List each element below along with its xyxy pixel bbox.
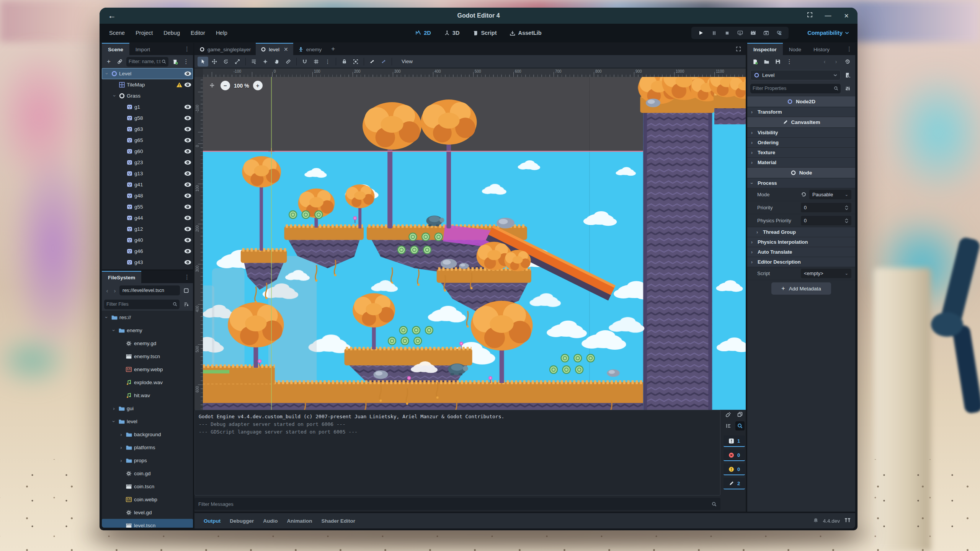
- fullscreen-icon[interactable]: [805, 12, 814, 20]
- workspace-tab-assetlib[interactable]: AssetLib: [505, 28, 546, 38]
- menu-project[interactable]: Project: [131, 28, 157, 38]
- center-view-icon[interactable]: [208, 82, 217, 90]
- renderer-dropdown[interactable]: Compatibility: [807, 30, 849, 36]
- rotate-tool[interactable]: [220, 57, 231, 67]
- play-custom-scene-button[interactable]: [760, 28, 772, 37]
- expander-icon[interactable]: ›: [111, 419, 116, 424]
- scene-node-g23[interactable]: g23: [102, 157, 193, 168]
- new-resource-icon[interactable]: [750, 57, 760, 66]
- warnings-filter-toggle[interactable]: 0: [724, 464, 745, 475]
- titlebar[interactable]: ← Godot Editor 4 — ×: [100, 8, 858, 24]
- visibility-toggle[interactable]: [184, 260, 191, 265]
- nav-back-icon[interactable]: ‹: [104, 287, 110, 294]
- movie-maker-icon[interactable]: [773, 28, 785, 37]
- play-button[interactable]: [695, 28, 707, 37]
- scene-node-Level[interactable]: › Level: [102, 68, 193, 79]
- scene-node-g41[interactable]: g41: [102, 179, 193, 190]
- bottom-tab-debugger[interactable]: Debugger: [225, 516, 258, 526]
- priority-spinbox[interactable]: 0: [801, 203, 851, 212]
- add-metadata-button[interactable]: + Add Metadata: [771, 282, 831, 295]
- remote-debug-icon[interactable]: [734, 28, 746, 37]
- visibility-toggle[interactable]: [184, 215, 191, 220]
- visibility-toggle[interactable]: [184, 138, 191, 143]
- expander-icon[interactable]: ›: [119, 458, 124, 463]
- node-selector[interactable]: Level: [750, 70, 841, 80]
- viewport-canvas[interactable]: [203, 77, 746, 410]
- object-history-icon[interactable]: [843, 57, 852, 66]
- group-visibility[interactable]: ›Visibility: [747, 128, 855, 138]
- visibility-toggle[interactable]: [184, 149, 191, 154]
- visibility-toggle[interactable]: [184, 71, 191, 76]
- group-ordering[interactable]: ›Ordering: [747, 138, 855, 148]
- expander-icon[interactable]: ›: [119, 432, 124, 437]
- filter-files-input[interactable]: [106, 302, 173, 307]
- revert-icon[interactable]: [801, 192, 807, 198]
- visibility-toggle[interactable]: [184, 193, 191, 198]
- scene-node-g12[interactable]: g12: [102, 223, 193, 235]
- visibility-toggle[interactable]: [184, 204, 191, 209]
- scene-tab-game_singleplayer[interactable]: game_singleplayer: [194, 43, 256, 55]
- scene-node-TileMap[interactable]: TileMap: [102, 79, 193, 90]
- messages-filter-toggle[interactable]: 1: [724, 435, 745, 447]
- scene-node-g48[interactable]: g48: [102, 190, 193, 201]
- scene-node-g43[interactable]: g43: [102, 257, 193, 268]
- scene-tab-level[interactable]: level ✕: [256, 43, 293, 55]
- list-select-tool[interactable]: [248, 57, 259, 67]
- ruler-tool[interactable]: [283, 57, 294, 67]
- move-tool[interactable]: [209, 57, 220, 67]
- smart-snap-toggle[interactable]: [299, 57, 310, 67]
- file-enemy.tscn[interactable]: enemy.tscn: [102, 350, 193, 363]
- scene-node-g65[interactable]: g65: [102, 135, 193, 146]
- back-arrow-icon[interactable]: ←: [108, 11, 121, 20]
- notifications-bell-icon[interactable]: [813, 518, 818, 524]
- file-coin.webp[interactable]: coin.webp: [102, 493, 193, 506]
- file-level.gd[interactable]: level.gd: [102, 506, 193, 519]
- clear-log-icon[interactable]: [724, 410, 733, 419]
- file-gui[interactable]: › gui: [102, 402, 193, 415]
- load-resource-icon[interactable]: [762, 57, 771, 66]
- scene-node-Grass[interactable]: › Grass: [102, 90, 193, 101]
- pivot-tool[interactable]: [260, 57, 271, 67]
- grid-snap-toggle[interactable]: [311, 57, 322, 67]
- scene-node-g13[interactable]: g13: [102, 168, 193, 179]
- errors-filter-toggle[interactable]: 0: [724, 450, 745, 461]
- scene-node-g55[interactable]: g55: [102, 201, 193, 212]
- scene-node-g40[interactable]: g40: [102, 235, 193, 246]
- visibility-toggle[interactable]: [184, 182, 191, 187]
- scene-node-g60[interactable]: g60: [102, 146, 193, 157]
- scale-tool[interactable]: [232, 57, 243, 67]
- viewport-2d[interactable]: -100010020030040050060070080090010001100…: [194, 68, 746, 410]
- workspace-tab-2d[interactable]: 2D: [411, 28, 436, 38]
- bottom-tab-output[interactable]: Output: [199, 516, 225, 526]
- group-auto-translate[interactable]: ›Auto Translate: [747, 247, 855, 257]
- expander-icon[interactable]: ›: [112, 93, 117, 99]
- attach-script-icon[interactable]: [170, 57, 180, 66]
- visibility-toggle[interactable]: [184, 227, 191, 231]
- file-hit.wav[interactable]: hit.wav: [102, 389, 193, 402]
- file-level.tscn[interactable]: level.tscn: [102, 519, 193, 528]
- visibility-toggle[interactable]: [184, 238, 191, 243]
- pause-button[interactable]: [708, 28, 720, 37]
- bottom-tab-audio[interactable]: Audio: [258, 516, 282, 526]
- bottom-tab-shader-editor[interactable]: Shader Editor: [317, 516, 360, 526]
- view-menu[interactable]: View: [398, 57, 416, 65]
- close-icon[interactable]: ×: [842, 11, 851, 20]
- expander-icon[interactable]: ›: [104, 71, 109, 77]
- toggle-split-mode-icon[interactable]: [181, 286, 191, 295]
- file-explode.wav[interactable]: explode.wav: [102, 376, 193, 389]
- resource-options-icon[interactable]: ⋮: [785, 57, 794, 66]
- menu-editor[interactable]: Editor: [186, 28, 209, 38]
- instance-scene-button[interactable]: [115, 57, 124, 66]
- edited-filter-toggle[interactable]: 2: [724, 478, 745, 489]
- search-log-icon[interactable]: [735, 421, 745, 430]
- warning-icon[interactable]: [176, 82, 183, 88]
- expand-viewport-icon[interactable]: [731, 43, 746, 55]
- file-enemy.webp[interactable]: enemy.webp: [102, 363, 193, 376]
- file-enemy.gd[interactable]: enemy.gd: [102, 337, 193, 350]
- history-forward-icon[interactable]: ›: [831, 57, 841, 66]
- output-log[interactable]: Godot Engine v4.4.dev.custom_build (c) 2…: [194, 410, 720, 496]
- visibility-toggle[interactable]: [184, 116, 191, 121]
- visibility-toggle[interactable]: [184, 104, 191, 109]
- file-props[interactable]: › props: [102, 454, 193, 467]
- skeleton-options-menu[interactable]: [378, 57, 389, 67]
